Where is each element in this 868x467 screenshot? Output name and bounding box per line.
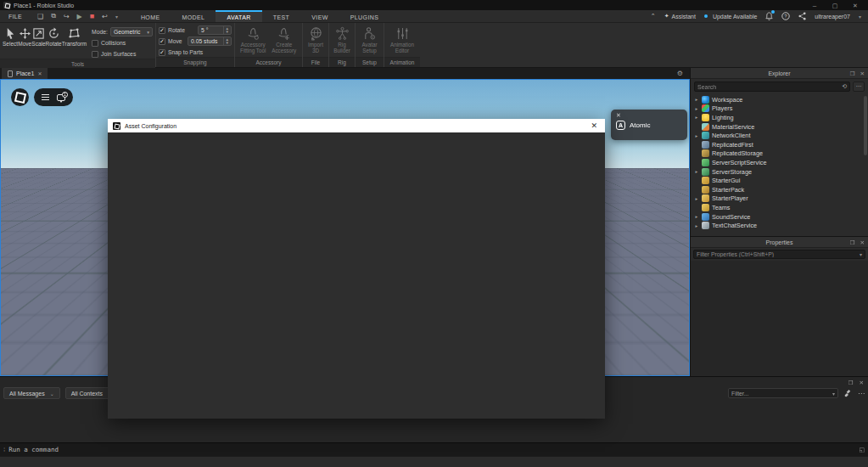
- minimize-button[interactable]: [810, 2, 819, 9]
- stepper-arrows-icon[interactable]: ▲▼: [223, 26, 231, 34]
- transform-tool-button[interactable]: Transform: [62, 25, 87, 47]
- move-snap-stepper[interactable]: 0.05 studs▲▼: [188, 37, 232, 46]
- share-icon[interactable]: [798, 12, 806, 20]
- place-tab[interactable]: Place1: [2, 68, 48, 79]
- maximize-button[interactable]: [831, 2, 839, 9]
- expand-arrow-icon[interactable]: [694, 196, 699, 201]
- rig-builder-button[interactable]: Rig Builder: [332, 25, 352, 53]
- close-panel-icon[interactable]: [860, 70, 865, 77]
- chat-icon[interactable]: 1: [57, 94, 65, 101]
- tree-item-teams[interactable]: Teams: [691, 203, 868, 212]
- accessory-fitting-tool-button[interactable]: Accessory Fitting Tool: [238, 25, 269, 53]
- tree-item-lighting[interactable]: Lighting: [691, 113, 868, 122]
- command-bar-expand-icon[interactable]: [859, 447, 865, 453]
- tree-item-starter-pack[interactable]: StarterPack: [691, 185, 868, 194]
- tab-avatar[interactable]: AVATAR: [216, 10, 261, 22]
- dialog-close-icon[interactable]: [588, 121, 600, 130]
- select-tool-button[interactable]: Select: [3, 25, 18, 47]
- tree-item-starter-player[interactable]: StarterPlayer: [691, 194, 868, 204]
- tab-view[interactable]: VIEW: [300, 10, 339, 22]
- scale-tool-button[interactable]: Scale: [31, 25, 45, 47]
- join-surfaces-checkbox[interactable]: [92, 51, 98, 58]
- float-panel-icon[interactable]: [850, 70, 855, 77]
- tree-item-players[interactable]: Players: [691, 104, 868, 114]
- import-3d-button[interactable]: Import 3D: [305, 25, 326, 53]
- tree-item-replicated-first[interactable]: ReplicatedFirst: [691, 140, 868, 149]
- expand-arrow-icon[interactable]: [694, 115, 699, 120]
- dialog-titlebar[interactable]: Asset Configuration: [108, 119, 605, 132]
- output-filter-box[interactable]: [728, 388, 838, 398]
- atomic-close-icon[interactable]: [616, 112, 621, 118]
- snap-to-parts-checkbox[interactable]: [159, 49, 165, 56]
- explorer-options-button[interactable]: [853, 82, 865, 92]
- tab-test[interactable]: TEST: [262, 10, 301, 22]
- hamburger-menu-icon[interactable]: [42, 94, 49, 100]
- history-icon[interactable]: [842, 83, 847, 90]
- tree-item-text-chat-service[interactable]: TextChatService: [691, 221, 868, 230]
- rotate-tool-button[interactable]: Rotate: [46, 25, 62, 47]
- float-panel-icon[interactable]: [848, 380, 854, 386]
- tree-item-server-storage[interactable]: ServerStorage: [691, 167, 868, 177]
- snap-move-checkbox[interactable]: [159, 38, 165, 45]
- search-input[interactable]: [697, 84, 842, 90]
- expand-arrow-icon[interactable]: [694, 97, 699, 102]
- redo-icon[interactable]: [64, 13, 70, 20]
- explorer-search-box[interactable]: [694, 82, 850, 92]
- properties-filter-box[interactable]: [693, 250, 865, 259]
- expand-arrow-icon[interactable]: [694, 169, 699, 174]
- close-button[interactable]: [851, 2, 860, 9]
- new-file-icon[interactable]: [37, 13, 43, 20]
- close-panel-icon[interactable]: [860, 380, 864, 386]
- tree-item-server-script-service[interactable]: ServerScriptService: [691, 158, 868, 167]
- gear-icon[interactable]: [677, 70, 683, 77]
- clear-output-icon[interactable]: [843, 389, 853, 398]
- stop-icon[interactable]: [90, 12, 94, 20]
- tree-item-workspace[interactable]: Workspace: [691, 95, 868, 104]
- mode-dropdown[interactable]: Geometric: [110, 27, 153, 37]
- tree-item-network-client[interactable]: NetworkClient: [691, 131, 868, 140]
- explorer-scrollbar[interactable]: [864, 96, 867, 155]
- output-filter-input[interactable]: [731, 391, 832, 397]
- expand-arrow-icon[interactable]: [694, 214, 699, 219]
- file-menu[interactable]: FILE: [0, 10, 31, 22]
- stepper-arrows-icon[interactable]: ▲▼: [223, 37, 231, 45]
- collisions-checkbox[interactable]: [92, 40, 98, 47]
- create-accessory-button[interactable]: Create Accessory: [269, 25, 300, 53]
- notifications-button[interactable]: [765, 12, 773, 20]
- tree-item-replicated-storage[interactable]: ReplicatedStorage: [691, 149, 868, 159]
- undo-icon[interactable]: [102, 13, 108, 20]
- roblox-menu-button[interactable]: [11, 88, 29, 106]
- animation-editor-button[interactable]: Animation Editor: [387, 25, 417, 53]
- output-options-icon[interactable]: [858, 390, 865, 397]
- quick-access-dropdown-icon[interactable]: [115, 13, 118, 20]
- account-dropdown-icon[interactable]: [859, 14, 861, 20]
- help-icon[interactable]: ?: [781, 12, 790, 20]
- close-panel-icon[interactable]: [860, 239, 865, 246]
- command-input[interactable]: [8, 446, 855, 453]
- snap-rotate-checkbox[interactable]: [159, 27, 165, 34]
- messages-filter-dropdown[interactable]: All Messages: [3, 387, 60, 399]
- rotate-snap-stepper[interactable]: 5 °▲▼: [198, 25, 232, 35]
- drag-grip-icon[interactable]: [3, 446, 5, 453]
- username[interactable]: ultrareaper07: [815, 14, 850, 20]
- open-file-icon[interactable]: [51, 12, 56, 20]
- tab-model[interactable]: MODEL: [171, 10, 216, 22]
- atomic-floating-window[interactable]: A Atomic: [611, 110, 687, 140]
- play-icon[interactable]: [77, 13, 82, 20]
- tab-plugins[interactable]: PLUGINS: [339, 10, 390, 22]
- update-available-button[interactable]: Update Available: [704, 14, 757, 20]
- expand-arrow-icon[interactable]: [694, 133, 699, 138]
- tab-home[interactable]: HOME: [130, 10, 171, 22]
- avatar-setup-button[interactable]: Avatar Setup: [358, 25, 381, 53]
- properties-filter-input[interactable]: [697, 251, 860, 257]
- expand-arrow-icon[interactable]: [694, 106, 699, 111]
- collapse-ribbon-icon[interactable]: [651, 13, 656, 20]
- assistant-button[interactable]: Assistant: [664, 13, 696, 20]
- tree-item-starter-gui[interactable]: StarterGui: [691, 176, 868, 185]
- tree-item-material-service[interactable]: MaterialService: [691, 122, 868, 132]
- tab-close-icon[interactable]: [37, 70, 42, 76]
- expand-arrow-icon[interactable]: [694, 223, 699, 228]
- tree-item-sound-service[interactable]: SoundService: [691, 212, 868, 222]
- float-panel-icon[interactable]: [850, 239, 855, 246]
- move-tool-button[interactable]: Move: [18, 25, 31, 47]
